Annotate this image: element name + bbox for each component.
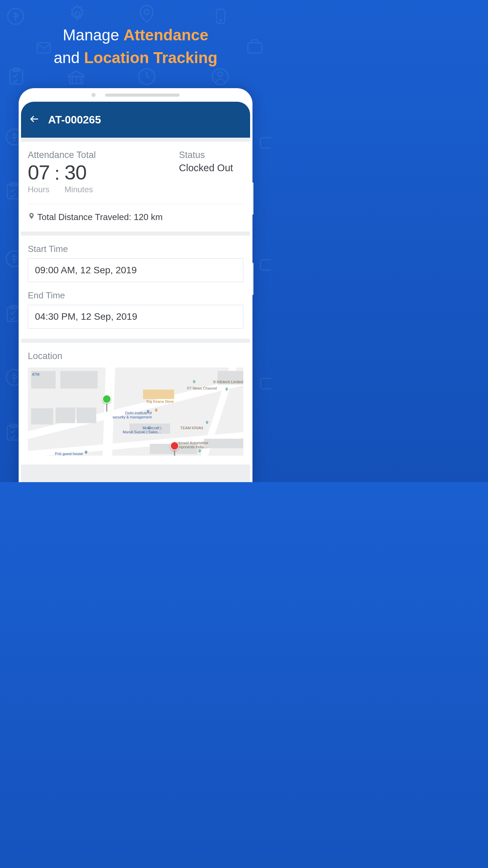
end-time-group: End Time 04:30 PM, 12 Sep, 2019 [28,290,243,329]
times-card: Start Time 09:00 AM, 12 Sep, 2019 End Ti… [21,236,250,339]
hours-unit: Hours [28,185,50,194]
start-location-pin-icon [102,395,111,403]
map-poi-label: Pnb guest house [55,452,83,456]
phone-frame: AT-000265 Attendance Total 07 Hours : 30… [19,88,252,482]
attendance-label: Attendance Total [28,150,96,160]
minutes-value: 30 [64,162,93,183]
location-card: Location ATM [21,343,250,465]
svg-point-29 [207,421,208,422]
promo-headline: Manage Attendance and Location Tracking [0,0,271,69]
app-bar: AT-000265 [21,102,250,138]
svg-point-10 [212,69,228,85]
back-arrow-icon[interactable] [28,114,41,125]
summary-card: Attendance Total 07 Hours : 30 Minutes [21,142,250,232]
end-location-pin-icon [170,441,179,450]
svg-rect-23 [261,378,271,389]
status-label: Status [179,150,243,160]
svg-point-26 [148,411,149,412]
app-screen: AT-000265 Attendance Total 07 Hours : 30… [21,102,250,482]
svg-point-28 [149,427,150,428]
map-poi-label: P7 News Channel [187,386,217,390]
svg-point-9 [139,69,155,85]
map-poi-label: TEAM KRIAN [180,426,203,430]
distance-row: Total Distance Traveled: 120 km [28,204,243,223]
start-time-label: Start Time [28,244,243,254]
svg-rect-20 [11,424,17,427]
svg-rect-13 [11,183,17,186]
start-time-group: Start Time 09:00 AM, 12 Sep, 2019 [28,244,243,282]
location-pin-icon [28,212,35,223]
minutes-unit: Minutes [64,185,93,194]
end-time-field[interactable]: 04:30 PM, 12 Sep, 2019 [28,305,243,329]
distance-text: Total Distance Traveled: 120 km [37,212,163,222]
svg-point-11 [218,72,223,77]
status-value: Clocked Out [179,162,243,174]
status-block: Status Clocked Out [179,150,243,194]
svg-rect-17 [11,305,17,309]
phone-notch [19,88,252,102]
phone-side-button [252,263,253,295]
map-poi-label: Raj Kirana Store [146,399,174,403]
time-separator: : [55,164,60,183]
location-label: Location [28,351,243,361]
svg-rect-22 [261,260,271,270]
map-poi-label: ATM [32,372,39,376]
start-time-field[interactable]: 09:00 AM, 12 Sep, 2019 [28,258,243,282]
svg-rect-16 [7,307,20,321]
phone-side-button [252,182,253,215]
svg-point-24 [194,381,195,382]
map-poi-label: 3i Infotech Limited [213,380,243,384]
svg-point-31 [86,451,87,452]
hours-value: 07 [28,162,50,183]
page-title: AT-000265 [48,114,101,126]
svg-rect-21 [261,138,271,148]
svg-point-27 [156,409,157,410]
svg-rect-7 [10,70,22,84]
attendance-total: Attendance Total 07 Hours : 30 Minutes [28,150,96,194]
svg-rect-19 [7,426,20,440]
end-time-label: End Time [28,290,243,301]
location-map[interactable]: ATM P7 News Channel 3i Infotech Limited … [28,368,243,456]
svg-point-30 [199,450,200,451]
map-poi-label: Motorcraft | Maruti Suzuki | Sales… [123,426,161,434]
svg-rect-12 [7,184,20,199]
svg-point-25 [226,388,227,389]
